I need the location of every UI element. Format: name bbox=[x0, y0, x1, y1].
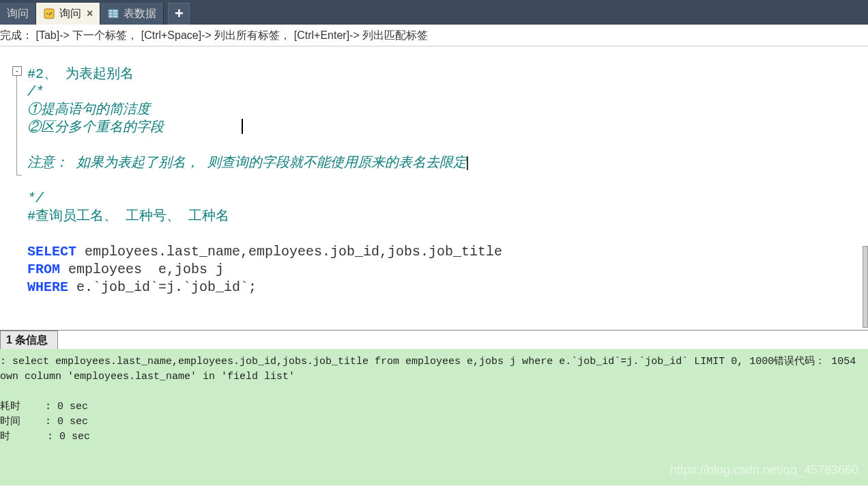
tab-tabledata[interactable]: 表数据 bbox=[100, 3, 164, 25]
msg-line: 耗时 : 0 sec bbox=[0, 401, 88, 413]
close-icon[interactable]: × bbox=[87, 8, 93, 20]
tab-label: 询问 bbox=[7, 7, 29, 21]
svg-rect-0 bbox=[44, 9, 54, 18]
query-icon bbox=[43, 8, 55, 20]
kw-where: WHERE bbox=[27, 279, 68, 295]
msg-line: own column 'employees.last_name' in 'fie… bbox=[0, 371, 295, 382]
line-end-caret bbox=[467, 156, 468, 170]
kw-from: FROM bbox=[27, 262, 60, 277]
messages-panel[interactable]: : select employees.last_name,employees.j… bbox=[0, 349, 868, 486]
text-caret bbox=[242, 119, 243, 134]
autocomplete-hint: 完成： [Tab]-> 下一个标签， [Ctrl+Space]-> 列出所有标签… bbox=[0, 25, 868, 46]
msg-line: : select employees.last_name,employees.j… bbox=[0, 356, 856, 367]
sql-editor[interactable]: - #2、 为表起别名 /* ①提高语句的简洁度 ②区分多个重名的字段 注意： … bbox=[0, 46, 868, 330]
code-line: ①提高语句的简洁度 bbox=[27, 102, 150, 117]
svg-rect-1 bbox=[108, 10, 118, 18]
code-line: ②区分多个重名的字段 bbox=[27, 120, 164, 135]
tab-label: 表数据 bbox=[124, 7, 156, 21]
messages-tab[interactable]: 1 条信息 bbox=[0, 331, 58, 349]
messages-tab-bar: 1 条信息 bbox=[0, 330, 868, 349]
from-tables: employees e,jobs j bbox=[60, 262, 224, 277]
msg-line: 时间 : 0 sec bbox=[0, 416, 88, 428]
vertical-splitter[interactable] bbox=[863, 246, 868, 328]
code-line: */ bbox=[27, 191, 44, 206]
tab-query-0[interactable]: 询问 bbox=[0, 3, 36, 25]
tab-bar: 询问 询问 × 表数据 + bbox=[0, 0, 868, 25]
code-line: 注意： 如果为表起了别名， 则查询的字段就不能使用原来的表名去限定 bbox=[27, 155, 467, 171]
msg-line: 时 : 0 sec bbox=[0, 431, 90, 443]
fold-toggle[interactable]: - bbox=[12, 66, 22, 76]
select-columns: employees.last_name,employees.job_id,job… bbox=[76, 244, 502, 260]
code-line: #查询员工名、 工种号、 工种名 bbox=[27, 208, 229, 224]
where-cond: e.`job_id`=j.`job_id`; bbox=[68, 279, 257, 295]
tab-query-1[interactable]: 询问 × bbox=[36, 3, 100, 25]
kw-select: SELECT bbox=[27, 244, 76, 260]
editor-gutter: - bbox=[0, 46, 26, 330]
code-content[interactable]: #2、 为表起别名 /* ①提高语句的简洁度 ②区分多个重名的字段 注意： 如果… bbox=[26, 46, 868, 330]
code-line: #2、 为表起别名 bbox=[27, 66, 134, 82]
tab-add-button[interactable]: + bbox=[168, 3, 190, 25]
watermark: https://blog.csdn.net/qq_45783660 bbox=[670, 462, 858, 477]
fold-guide-end bbox=[16, 175, 22, 176]
table-icon bbox=[107, 8, 119, 20]
code-line: /* bbox=[27, 84, 44, 100]
fold-guide-line bbox=[16, 76, 17, 176]
tab-label: 询问 bbox=[59, 7, 81, 21]
